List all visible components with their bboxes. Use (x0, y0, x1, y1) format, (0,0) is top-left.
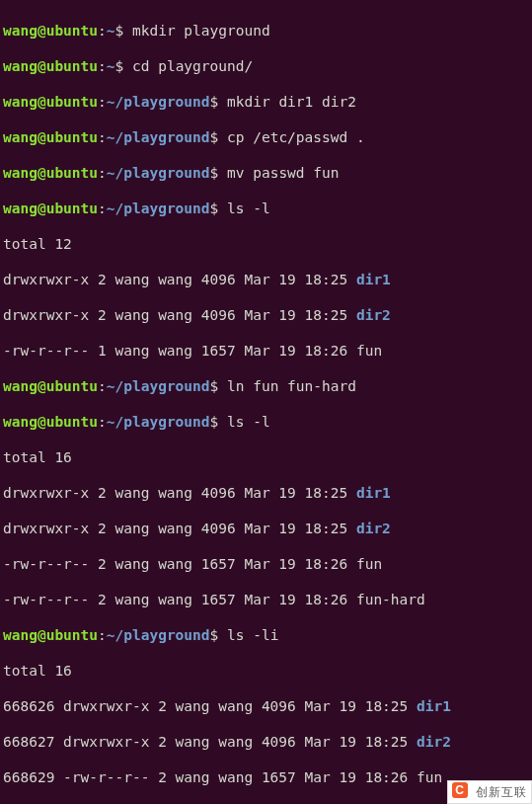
prompt-line: wang@ubuntu:~/playground$ cp /etc/passwd… (3, 128, 529, 146)
directory-name: dir2 (356, 521, 391, 536)
command: ln fun fun-hard (227, 378, 356, 394)
command: cp /etc/passwd . (227, 129, 365, 145)
prompt-line: wang@ubuntu:~/playground$ mv passwd fun (3, 164, 529, 182)
command: mkdir playground (132, 23, 270, 39)
prompt-line: wang@ubuntu:~/playground$ ln fun fun-har… (3, 377, 529, 395)
prompt-line: wang@ubuntu:~$ cd playground/ (3, 57, 529, 75)
prompt-user: wang (3, 23, 38, 39)
command: mkdir dir1 dir2 (227, 94, 356, 110)
output-line: total 16 (3, 662, 529, 680)
command: ls -li (227, 627, 278, 643)
output-line: total 16 (3, 448, 529, 466)
prompt-line: wang@ubuntu:~/playground$ ls -li (3, 626, 529, 644)
directory-name: dir1 (356, 485, 391, 501)
ls-row: -rw-r--r-- 2 wang wang 1657 Mar 19 18:26… (3, 555, 529, 573)
directory-name: dir2 (417, 734, 451, 750)
terminal-output[interactable]: wang@ubuntu:~$ mkdir playground wang@ubu… (0, 0, 532, 804)
ls-row: 668627 drwxrwxr-x 2 wang wang 4096 Mar 1… (3, 733, 529, 751)
prompt-host: ubuntu (46, 23, 98, 39)
directory-name: dir1 (417, 698, 451, 714)
ls-row: 668626 drwxrwxr-x 2 wang wang 4096 Mar 1… (3, 697, 529, 715)
ls-row: drwxrwxr-x 2 wang wang 4096 Mar 19 18:25… (3, 306, 529, 324)
command: cd playground/ (132, 58, 253, 74)
ls-row: drwxrwxr-x 2 wang wang 4096 Mar 19 18:25… (3, 271, 529, 288)
command: ls -l (227, 201, 270, 216)
command: ls -l (227, 414, 270, 430)
output-line: total 12 (3, 235, 529, 253)
ls-row: -rw-r--r-- 2 wang wang 1657 Mar 19 18:26… (3, 591, 529, 608)
prompt-line: wang@ubuntu:~/playground$ mkdir dir1 dir… (3, 93, 529, 111)
ls-row: drwxrwxr-x 2 wang wang 4096 Mar 19 18:25… (3, 520, 529, 537)
prompt-line: wang@ubuntu:~/playground$ ls -l (3, 413, 529, 431)
directory-name: dir2 (356, 307, 391, 323)
directory-name: dir1 (356, 272, 391, 287)
ls-row: drwxrwxr-x 2 wang wang 4096 Mar 19 18:25… (3, 484, 529, 502)
ls-row: -rw-r--r-- 1 wang wang 1657 Mar 19 18:26… (3, 342, 529, 360)
prompt-path: ~ (107, 23, 115, 39)
watermark-badge: 创新互联 (447, 780, 532, 804)
command: mv passwd fun (227, 165, 340, 181)
prompt-line: wang@ubuntu:~$ mkdir playground (3, 22, 529, 40)
prompt-line: wang@ubuntu:~/playground$ ls -l (3, 200, 529, 217)
